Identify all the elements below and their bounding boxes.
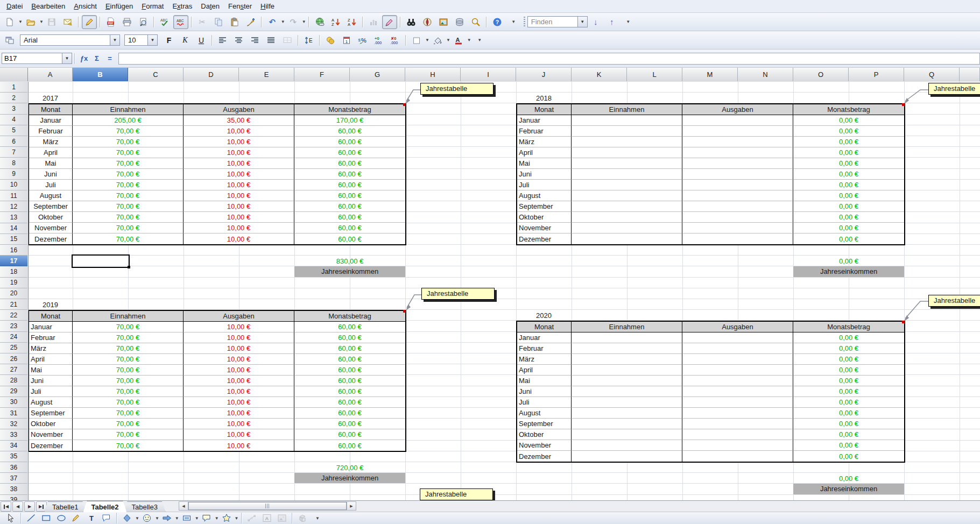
menu-item-extras[interactable]: Extras — [168, 1, 196, 11]
month-cell[interactable]: Januar — [29, 115, 73, 126]
monatsbetrag-cell[interactable]: 0,00 € — [793, 137, 904, 147]
row-header-7[interactable]: 7 — [0, 147, 27, 158]
freeform-line-button[interactable] — [69, 512, 83, 524]
monatsbetrag-cell[interactable]: 60,00 € — [294, 233, 405, 244]
einnahmen-cell[interactable] — [572, 180, 682, 190]
month-cell[interactable]: März — [517, 354, 572, 365]
einnahmen-cell[interactable]: 70,00 € — [73, 376, 184, 386]
month-cell[interactable]: Juni — [29, 376, 73, 386]
ausgaben-cell[interactable]: 10,00 € — [184, 201, 294, 212]
chevron-down-icon[interactable]: ▼ — [39, 19, 44, 24]
chevron-down-icon[interactable]: ▼ — [235, 516, 239, 521]
year-sum-label-2017[interactable]: Jahreseinkommen — [294, 266, 405, 277]
background-color-button[interactable] — [430, 33, 445, 47]
row-header-9[interactable]: 9 — [0, 169, 27, 180]
standard-toolbar-options-button[interactable]: ▼ — [506, 15, 521, 29]
function-button[interactable]: = — [103, 53, 116, 65]
einnahmen-cell[interactable]: 70,00 € — [73, 365, 184, 376]
row-header-2[interactable]: 2 — [0, 93, 27, 103]
year-sum-label-2020[interactable]: Jahreseinkommen — [793, 484, 904, 494]
row-header-17[interactable]: 17 — [0, 256, 27, 266]
ausgaben-cell[interactable]: 10,00 € — [184, 440, 294, 451]
new-document-button[interactable] — [2, 15, 17, 29]
table-header-cell[interactable]: Einnahmen — [572, 322, 682, 332]
month-cell[interactable]: Mai — [29, 158, 73, 169]
month-cell[interactable]: September — [517, 419, 572, 429]
ausgaben-cell[interactable]: 10,00 € — [184, 419, 294, 429]
month-cell[interactable]: Dezember — [517, 451, 572, 462]
sort-descending-button[interactable]: ZA — [344, 15, 359, 29]
scrollbar-thumb[interactable] — [188, 502, 347, 510]
table-header-cell[interactable]: Monatsbetrag — [294, 311, 405, 322]
ausgaben-cell[interactable] — [682, 354, 793, 365]
month-cell[interactable]: November — [517, 223, 572, 233]
column-header-A[interactable]: A — [28, 68, 73, 81]
table-header-cell[interactable]: Einnahmen — [73, 311, 184, 322]
font-name-select[interactable]: Arial▼ — [20, 34, 120, 46]
spellcheck-button[interactable]: ABC — [157, 15, 172, 29]
monatsbetrag-cell[interactable]: 60,00 € — [294, 408, 405, 419]
monatsbetrag-cell[interactable]: 0,00 € — [793, 397, 904, 408]
column-header-F[interactable]: F — [294, 68, 350, 81]
callouts-button[interactable] — [200, 512, 214, 524]
month-cell[interactable]: August — [517, 190, 572, 201]
menu-item-hilfe[interactable]: Hilfe — [256, 1, 279, 11]
chevron-down-icon[interactable]: ▼ — [110, 35, 119, 45]
einnahmen-cell[interactable] — [572, 440, 682, 451]
drawing-toolbar-options-button[interactable]: ▼ — [311, 512, 325, 524]
monatsbetrag-cell[interactable]: 60,00 € — [294, 147, 405, 158]
align-left-button[interactable] — [215, 33, 230, 47]
month-cell[interactable]: Februar — [517, 126, 572, 137]
einnahmen-cell[interactable]: 70,00 € — [73, 180, 184, 190]
menu-item-daten[interactable]: Daten — [196, 1, 224, 11]
monatsbetrag-cell[interactable]: 0,00 € — [793, 115, 904, 126]
month-cell[interactable]: September — [517, 201, 572, 212]
einnahmen-cell[interactable] — [572, 115, 682, 126]
einnahmen-cell[interactable] — [572, 408, 682, 419]
fill-handle[interactable] — [128, 266, 130, 268]
month-cell[interactable]: Februar — [29, 332, 73, 343]
column-header-B[interactable]: B — [73, 68, 128, 81]
monatsbetrag-cell[interactable]: 0,00 € — [793, 180, 904, 190]
monatsbetrag-cell[interactable]: 60,00 € — [294, 332, 405, 343]
month-cell[interactable]: Februar — [517, 343, 572, 354]
row-header-27[interactable]: 27 — [0, 364, 27, 375]
monatsbetrag-cell[interactable]: 0,00 € — [793, 343, 904, 354]
ausgaben-cell[interactable] — [682, 233, 793, 244]
monatsbetrag-cell[interactable]: 0,00 € — [793, 147, 904, 158]
monatsbetrag-cell[interactable]: 0,00 € — [793, 190, 904, 201]
monatsbetrag-cell[interactable]: 60,00 € — [294, 419, 405, 429]
row-header-23[interactable]: 23 — [0, 321, 27, 331]
column-header-partial[interactable] — [960, 68, 980, 81]
horizontal-scrollbar[interactable]: ◀ ▶ — [179, 501, 356, 511]
table-header-cell[interactable]: Monat — [29, 311, 73, 322]
year-label-2018[interactable]: 2018 — [516, 93, 572, 103]
row-header-6[interactable]: 6 — [0, 136, 27, 147]
monatsbetrag-cell[interactable]: 0,00 € — [793, 212, 904, 223]
column-header-Q[interactable]: Q — [904, 68, 960, 81]
einnahmen-cell[interactable] — [572, 376, 682, 386]
month-cell[interactable]: November — [517, 440, 572, 451]
month-cell[interactable]: Dezember — [29, 440, 73, 451]
ausgaben-cell[interactable] — [682, 376, 793, 386]
monatsbetrag-cell[interactable]: 0,00 € — [793, 201, 904, 212]
month-cell[interactable]: Dezember — [517, 233, 572, 244]
monatsbetrag-cell[interactable]: 60,00 € — [294, 201, 405, 212]
year-sum-label-2018[interactable]: Jahreseinkommen — [793, 266, 904, 277]
stars-button[interactable] — [220, 512, 234, 524]
name-box-dropdown[interactable]: ▼ — [62, 53, 72, 64]
data-sources-button[interactable] — [452, 15, 467, 29]
einnahmen-cell[interactable]: 70,00 € — [73, 332, 184, 343]
month-cell[interactable]: April — [29, 354, 73, 365]
einnahmen-cell[interactable] — [572, 137, 682, 147]
einnahmen-cell[interactable] — [572, 212, 682, 223]
einnahmen-cell[interactable]: 205,00 € — [73, 115, 184, 126]
row-header-25[interactable]: 25 — [0, 343, 27, 353]
ausgaben-cell[interactable] — [682, 223, 793, 233]
month-cell[interactable]: Oktober — [517, 429, 572, 440]
sheet-tab-tabelle1[interactable]: Tabelle1 — [44, 501, 86, 512]
einnahmen-cell[interactable] — [572, 397, 682, 408]
ausgaben-cell[interactable] — [682, 332, 793, 343]
einnahmen-cell[interactable] — [572, 169, 682, 180]
einnahmen-cell[interactable]: 70,00 € — [73, 408, 184, 419]
